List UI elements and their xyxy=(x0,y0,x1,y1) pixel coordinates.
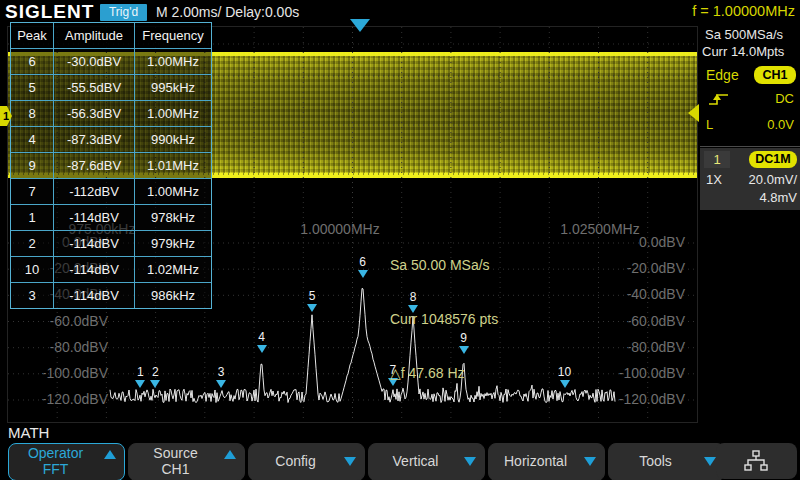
frequency-cell: 986kHz xyxy=(135,283,211,308)
softkey-label: Tools xyxy=(609,444,702,478)
softkey-horizontal-button[interactable]: Horizontal xyxy=(488,443,605,480)
trigger-source-badge[interactable]: CH1 xyxy=(754,66,796,84)
frequency-cell: 1.02MHz xyxy=(135,257,211,282)
memory-depth-readout: Curr 14.0Mpts xyxy=(702,44,784,59)
peak-marker-icon xyxy=(257,345,267,353)
softkey-label: Source xyxy=(129,445,222,462)
softkey-buttons: OperatorFFTSourceCH1ConfigVerticalHorizo… xyxy=(8,443,725,480)
trigger-type-label[interactable]: Edge xyxy=(706,67,739,83)
softkey-value: FFT xyxy=(9,461,102,478)
amplitude-cell: -55.5dBV xyxy=(54,75,135,100)
softkey-config-button[interactable]: Config xyxy=(248,443,365,480)
channel1-number[interactable]: 1 xyxy=(704,151,730,168)
arrow-down-icon xyxy=(344,457,356,466)
channel1-coupling-badge[interactable]: DC1M xyxy=(749,151,797,168)
amplitude-cell: -114dBV xyxy=(54,231,135,256)
amplitude-cell: -114dBV xyxy=(54,205,135,230)
softkey-operator-button[interactable]: OperatorFFT xyxy=(8,443,125,480)
amplitude-cell: -56.3dBV xyxy=(54,101,135,126)
peak-table: PeakAmplitudeFrequency6-30.0dBV1.00MHz5-… xyxy=(10,22,212,309)
dbv-label-left: -80.0dBV xyxy=(8,339,108,355)
menu-tree-icon xyxy=(743,450,769,472)
peak-marker-number: 6 xyxy=(351,255,375,269)
frequency-counter: f = 1.00000MHz xyxy=(692,3,795,19)
peak-marker-number: 4 xyxy=(250,330,274,344)
peak-marker-number: 5 xyxy=(300,289,324,303)
softkey-label: Operator xyxy=(9,445,102,462)
peak-cell: 7 xyxy=(11,179,54,204)
peak-cell: 9 xyxy=(11,153,54,178)
softkey-menu-bar: MATH OperatorFFTSourceCH1ConfigVerticalH… xyxy=(0,424,800,480)
peak-marker-icon xyxy=(150,380,160,388)
dbv-label-right: -120.0dBV xyxy=(596,391,685,407)
amplitude-cell: -112dBV xyxy=(54,179,135,204)
arrow-down-icon xyxy=(584,457,596,466)
frequency-cell: 1.00MHz xyxy=(135,101,211,126)
amplitude-cell: -114dBV xyxy=(54,257,135,282)
peak-cell: 8 xyxy=(11,101,54,126)
softkey-label: Vertical xyxy=(369,444,462,478)
peak-table-header-cell: Peak xyxy=(11,23,54,48)
softkey-label: Config xyxy=(249,444,342,478)
arrow-up-icon xyxy=(104,450,116,459)
freq-label-center: 1.00000MHz xyxy=(278,221,402,237)
peak-marker-number: 10 xyxy=(553,365,577,379)
peak-cell: 3 xyxy=(11,283,54,308)
menu-mode-label: MATH xyxy=(8,424,49,441)
dbv-label-right: -40.0dBV xyxy=(596,286,685,302)
probe-attenuation: 1X xyxy=(706,172,722,187)
timebase-readout[interactable]: M 2.00ms/ Delay:0.00s xyxy=(156,4,299,20)
table-row: 6-30.0dBV1.00MHz xyxy=(11,48,211,74)
amplitude-cell: -30.0dBV xyxy=(54,49,135,74)
table-row: 9-87.6dBV1.01MHz xyxy=(11,152,211,178)
peak-cell: 1 xyxy=(11,205,54,230)
frequency-cell: 990kHz xyxy=(135,127,211,152)
peak-table-header-cell: Amplitude xyxy=(54,23,135,48)
peak-cell: 4 xyxy=(11,127,54,152)
peak-marker-icon xyxy=(307,304,317,312)
peak-cell: 5 xyxy=(11,75,54,100)
fft-sample-rate: Sa 50.00 MSa/s xyxy=(390,256,498,274)
dbv-label-left: -120.0dBV xyxy=(8,391,108,407)
softkey-value: CH1 xyxy=(129,461,222,478)
dbv-label-left: -100.0dBV xyxy=(8,365,108,381)
sidebar: Sa 500MSa/s Curr 14.0Mpts Edge CH1 DC L … xyxy=(700,25,800,424)
sidebar-divider xyxy=(700,146,800,147)
arrow-down-icon xyxy=(704,457,716,466)
amplitude-cell: -87.3dBV xyxy=(54,127,135,152)
table-row: 7-112dBV1.00MHz xyxy=(11,178,211,204)
softkey-source-button[interactable]: SourceCH1 xyxy=(128,443,245,480)
peak-table-header-cell: Frequency xyxy=(135,23,211,48)
trigger-position-marker[interactable] xyxy=(350,19,370,32)
peak-marker-number: 2 xyxy=(143,365,167,379)
channel1-info-box[interactable]: 1 DC1M 1X 20.0mV/ 4.8mV xyxy=(700,148,800,210)
arrow-up-icon xyxy=(224,450,236,459)
trigger-level-marker[interactable] xyxy=(688,104,699,122)
trigger-coupling[interactable]: DC xyxy=(700,91,794,106)
frequency-cell: 979kHz xyxy=(135,231,211,256)
dbv-label-right: -80.0dBV xyxy=(596,339,685,355)
peak-marker-icon xyxy=(135,380,145,388)
arrow-down-icon xyxy=(464,457,476,466)
dbv-label-right: -100.0dBV xyxy=(596,365,685,381)
dbv-label-right: -60.0dBV xyxy=(596,313,685,329)
table-row: 3-114dBV986kHz xyxy=(11,282,211,308)
table-row: 2-114dBV979kHz xyxy=(11,230,211,256)
oscilloscope-screen: SIGLENT Trig'd M 2.00ms/ Delay:0.00s f =… xyxy=(0,0,800,480)
trigger-status-badge: Trig'd xyxy=(100,4,147,21)
table-row: 8-56.3dBV1.00MHz xyxy=(11,100,211,126)
softkey-vertical-button[interactable]: Vertical xyxy=(368,443,485,480)
fft-delta-f: △f 47.68 Hz xyxy=(390,364,498,382)
peak-marker-number: 3 xyxy=(209,365,233,379)
siglent-logo: SIGLENT xyxy=(5,1,94,23)
vertical-offset: 4.8mV xyxy=(759,190,797,205)
softkey-tools-button[interactable]: Tools xyxy=(608,443,725,480)
amplitude-cell: -114dBV xyxy=(54,283,135,308)
menu-tree-button[interactable] xyxy=(716,443,797,479)
frequency-cell: 995kHz xyxy=(135,75,211,100)
peak-table-header: PeakAmplitudeFrequency xyxy=(11,23,211,48)
frequency-cell: 1.00MHz xyxy=(135,179,211,204)
peak-marker-icon xyxy=(358,270,368,278)
vertical-scale: 20.0mV/ xyxy=(749,172,797,187)
table-row: 5-55.5dBV995kHz xyxy=(11,74,211,100)
